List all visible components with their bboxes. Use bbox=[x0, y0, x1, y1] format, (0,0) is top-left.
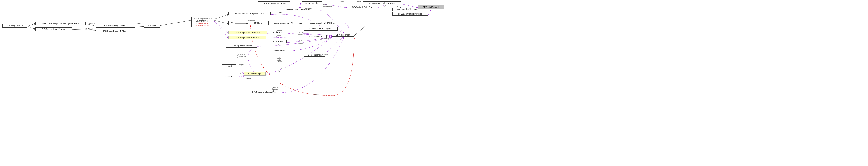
label-rcontext: _rcontext bbox=[311, 93, 319, 95]
label-render: _renderupdate bbox=[272, 87, 279, 91]
label-exception: _exception bbox=[247, 19, 256, 21]
label-tracer2: _tracer bbox=[297, 43, 303, 45]
node-SFYWidget-ColorRec: SFYWidget::ColorRec bbox=[347, 5, 378, 9]
svg-line-24 bbox=[428, 10, 431, 14]
label-focus-bg: focusbackground bbox=[323, 3, 332, 7]
label-color2: _color bbox=[356, 1, 361, 3]
node-SFXGraphics-FontRec: SFXGraphics::FontRec bbox=[226, 44, 257, 48]
svg-line-6 bbox=[214, 14, 228, 19]
svg-line-15 bbox=[327, 36, 332, 37]
label-handler2: _handler bbox=[297, 34, 304, 36]
label-origin1: _origin bbox=[238, 64, 244, 66]
node-SFXArray: SFXArray bbox=[144, 24, 160, 28]
node-SFXArray-CacheRecPtr: SFXArray< CacheRecPtr > bbox=[228, 31, 267, 34]
label-key: _key bbox=[407, 7, 411, 9]
svg-line-0 bbox=[27, 24, 35, 26]
node-SFXRGBColor-RGBRec: SFXRGBColor::RGBRec bbox=[258, 1, 290, 5]
label-tracer1: _tracer bbox=[297, 39, 303, 41]
node-static-exception-SFCError: static_exception< SFCError > bbox=[302, 21, 345, 25]
node-SFXRectangle: SFXRectangle bbox=[244, 72, 266, 76]
label-color3: _color bbox=[393, 1, 398, 3]
node-SFXSize: SFXSize bbox=[222, 75, 235, 78]
node-SFYTracer: SFYTracer bbox=[270, 40, 287, 43]
svg-line-9 bbox=[214, 20, 228, 38]
label-uint32: < UInt32 > bbox=[86, 23, 95, 25]
node-SFYResponder-FlagRec: SFYResponder::FlagRec bbox=[304, 27, 338, 31]
label-stranlate: _stranlate_utranslate bbox=[237, 53, 246, 57]
label-flag: _flag bbox=[327, 27, 331, 29]
label-cache: _cache bbox=[276, 30, 282, 32]
label-font: _font bbox=[276, 43, 280, 45]
svg-line-17 bbox=[235, 76, 244, 77]
node-SFCError: < SFCError > bbox=[248, 21, 269, 25]
node-SFXRGBColor: SFXRGBColor bbox=[302, 1, 322, 5]
svg-line-1 bbox=[27, 26, 35, 29]
node-SFAHeap-Alloc: SFAHeap< Alloc > bbox=[2, 24, 27, 28]
svg-line-5 bbox=[160, 20, 192, 26]
label-renderer: _renderer bbox=[320, 53, 329, 55]
label-graphics: _graphics bbox=[316, 48, 324, 50]
node-SFYLabelControl-KeyRec: SFYLabelControl::KeyRec bbox=[393, 12, 428, 16]
label-child: _child bbox=[278, 11, 283, 13]
node-SFAClusterHeap-Alloc: SFAClusterHeap< Alloc > bbox=[35, 27, 72, 31]
label-size: _size bbox=[238, 73, 243, 75]
node-SFXGrid: SFXGrid bbox=[222, 65, 237, 68]
node-SFXArray-V: < SFYResponderPtr > SFXArray< V > < Cach… bbox=[191, 17, 214, 27]
node-SFXArray-NodeRecPtr: SFXArray< NodeRecPtr > bbox=[228, 36, 266, 39]
label-node2: _node bbox=[276, 32, 281, 34]
node-SFXGraphics: SFXGraphics bbox=[270, 48, 289, 52]
label-origin2: origin bbox=[246, 77, 251, 79]
label-handler1: _handler bbox=[297, 32, 304, 34]
svg-line-7 bbox=[214, 20, 228, 24]
label-global: _global bbox=[276, 60, 282, 63]
node-SFXClusterHeap-T-Alloc: SFXClusterHeap< T, Alloc > bbox=[96, 29, 135, 33]
svg-line-22 bbox=[402, 4, 418, 8]
label-color1: _color bbox=[339, 1, 344, 3]
node-SFYLabelControl: SFYLabelControl bbox=[417, 5, 444, 9]
svg-line-4 bbox=[135, 26, 144, 27]
svg-line-8 bbox=[214, 20, 228, 34]
node-SFAClusterHeap-SFDDebugAllocator: SFAClusterHeap< SFDDebugAllocator > bbox=[35, 22, 86, 25]
node-static-exception-T: static_exception< T > bbox=[269, 21, 299, 25]
node-SFXClusterHeap-UInt32: SFXClusterHeap< UInt32 > bbox=[96, 24, 135, 28]
label-virtual: _virtual_real bbox=[276, 68, 282, 72]
label-t-alloc: < T, Alloc > bbox=[85, 28, 93, 30]
node-SFYRenderer-ContextRec: SFYRenderer::ContextRec bbox=[246, 90, 282, 94]
node-T: T bbox=[228, 21, 235, 25]
label-buffer: _buffer bbox=[136, 22, 142, 25]
diagram-container: SFAHeap< Alloc > SFAClusterHeap< SFDDebu… bbox=[0, 0, 868, 166]
label-node3: _node bbox=[276, 35, 281, 37]
label-distributer: _distributer bbox=[320, 38, 330, 40]
node-SFXArray-SFYResponderPtr: SFXArray< SFYResponderPtr > bbox=[228, 12, 271, 15]
node-SFYResponder: SFYResponder bbox=[332, 33, 354, 37]
label-dcontext: _dcontext bbox=[304, 7, 312, 9]
